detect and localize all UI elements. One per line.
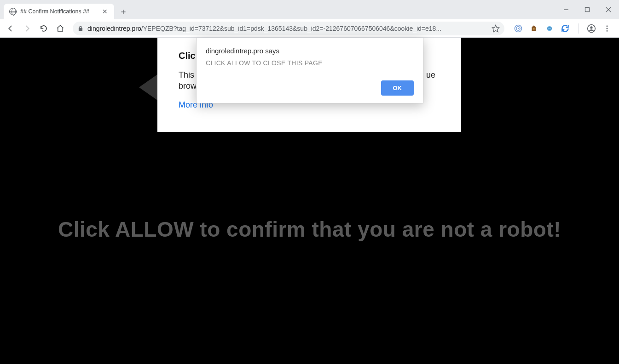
reload-button[interactable]	[37, 22, 51, 35]
svg-point-15	[607, 30, 608, 31]
svg-point-9	[547, 26, 552, 31]
profile-avatar-icon[interactable]	[587, 24, 596, 33]
page-content: Click ALLOW to confirm that you are not …	[0, 38, 619, 364]
extension-spiral-icon[interactable]	[514, 24, 523, 33]
extension-blue-circle-icon[interactable]	[545, 24, 554, 33]
new-tab-button[interactable]: ＋	[117, 5, 130, 18]
extension-bag-icon[interactable]	[529, 24, 538, 33]
extension-refresh-icon[interactable]	[561, 24, 570, 33]
home-button[interactable]	[53, 22, 67, 35]
extensions-area	[510, 23, 615, 34]
address-bar[interactable]: dingroledintrep.pro/YEPEQZB?tag_id=73712…	[73, 22, 504, 35]
dialog-origin: dingroledintrep.pro says	[206, 47, 414, 55]
forward-button[interactable]	[20, 22, 34, 35]
svg-point-14	[607, 28, 608, 29]
window-minimize-button[interactable]	[555, 2, 577, 17]
svg-marker-4	[492, 25, 499, 32]
url-text: dingroledintrep.pro/YEPEQZB?tag_id=73712…	[87, 25, 488, 32]
dialog-message: CLICK ALLOW TO CLOSE THIS PAGE	[206, 59, 414, 67]
svg-rect-1	[585, 8, 590, 12]
javascript-alert-dialog: dingroledintrep.pro says CLICK ALLOW TO …	[196, 38, 423, 103]
bookmark-star-icon[interactable]	[492, 24, 500, 33]
window-maximize-button[interactable]	[577, 2, 598, 17]
browser-toolbar: dingroledintrep.pro/YEPEQZB?tag_id=73712…	[0, 19, 619, 38]
window-close-button[interactable]	[598, 2, 619, 17]
url-domain: dingroledintrep.pro	[87, 25, 141, 32]
dialog-actions: OK	[206, 80, 414, 96]
svg-point-13	[607, 25, 608, 27]
lock-icon	[77, 25, 84, 32]
not-robot-headline: Click ALLOW to confirm that you are not …	[0, 217, 619, 242]
globe-icon	[9, 8, 17, 15]
back-button[interactable]	[4, 22, 17, 35]
tab-close-icon[interactable]: ✕	[101, 8, 109, 15]
panel-line1-right: ue	[426, 70, 435, 80]
browser-titlebar: ## Confirm Notifications ## ✕ ＋	[0, 0, 619, 19]
dialog-ok-button[interactable]: OK	[381, 80, 414, 96]
svg-point-7	[518, 28, 519, 29]
tab-title: ## Confirm Notifications ##	[20, 8, 98, 15]
browser-tab[interactable]: ## Confirm Notifications ## ✕	[4, 4, 114, 19]
url-path: /YEPEQZB?tag_id=737122&sub_id1=pdsk_1365…	[141, 25, 441, 32]
svg-point-12	[590, 26, 592, 28]
kebab-menu-icon[interactable]	[602, 24, 612, 33]
toolbar-divider	[578, 23, 579, 34]
window-controls	[555, 0, 619, 19]
svg-point-8	[533, 28, 535, 29]
arrow-left-icon	[139, 74, 157, 100]
